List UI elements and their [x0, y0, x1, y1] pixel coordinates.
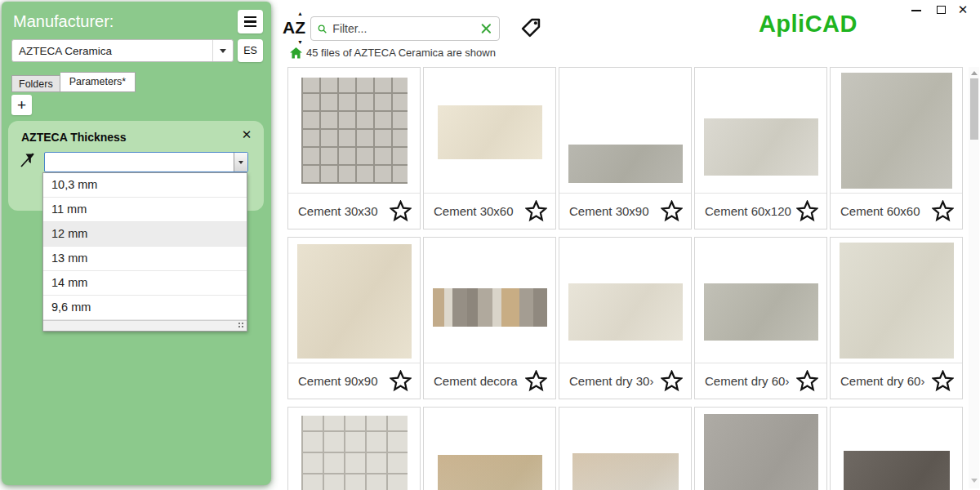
- product-thumbnail: [424, 238, 555, 363]
- favorite-star-icon[interactable]: [390, 200, 412, 222]
- vertical-scrollbar[interactable]: [969, 67, 979, 488]
- add-parameter-button[interactable]: +: [11, 95, 32, 115]
- product-card[interactable]: Cement 30x30: [287, 67, 421, 229]
- product-thumbnail: [831, 238, 962, 363]
- product-thumbnail: [695, 68, 826, 193]
- dropdown-resize-grip[interactable]: [43, 320, 247, 331]
- product-label-row: Cement dry 60›: [695, 363, 826, 399]
- maximize-icon: [937, 6, 946, 14]
- tile-texture: [841, 73, 952, 189]
- manufacturer-select[interactable]: AZTECA Ceramica: [11, 39, 234, 62]
- product-card[interactable]: Cement 60x120: [694, 67, 827, 229]
- thickness-panel-title: AZTECA Thickness: [21, 131, 127, 144]
- manufacturer-value: AZTECA Ceramica: [12, 45, 212, 57]
- product-thumbnail: [288, 238, 420, 363]
- scrollbar-thumb[interactable]: [970, 78, 978, 140]
- sidebar-title: Manufacturer:: [13, 12, 114, 31]
- product-card[interactable]: [559, 407, 692, 490]
- product-thumbnail: [695, 408, 826, 490]
- product-card[interactable]: Cement 30x90: [559, 67, 692, 229]
- tile-texture: [704, 118, 818, 176]
- product-name: Cement 90x90: [298, 374, 390, 388]
- status-bar: 45 files of AZTECA Ceramica are shown: [290, 47, 496, 59]
- main-area: AZ▲▼ 45 files of AZTECA Ceramica are sho…: [274, 0, 980, 490]
- tab-folders[interactable]: Folders: [11, 75, 60, 92]
- product-name: Cement 30x30: [298, 204, 390, 218]
- sort-alphabetical-icon[interactable]: AZ▲▼: [283, 18, 305, 38]
- tile-texture: [568, 145, 683, 183]
- product-card[interactable]: Cement dry 60›: [694, 237, 827, 399]
- language-button[interactable]: ES: [238, 39, 263, 62]
- tile-texture: [297, 244, 412, 359]
- thickness-option[interactable]: 13 mm: [43, 247, 247, 271]
- favorite-star-icon[interactable]: [390, 370, 412, 392]
- favorite-star-icon[interactable]: [661, 200, 683, 222]
- close-button[interactable]: ✕: [957, 3, 969, 16]
- app-window: Manufacturer: AZTECA Ceramica ES Folders…: [0, 0, 980, 490]
- thickness-option[interactable]: 9,6 mm: [43, 296, 247, 320]
- thickness-option[interactable]: 12 mm: [43, 222, 247, 247]
- favorite-star-icon[interactable]: [661, 370, 683, 392]
- product-thumbnail: [695, 238, 826, 363]
- filter-input[interactable]: [332, 22, 480, 35]
- product-label-row: Cement 30x60: [424, 193, 555, 229]
- product-thumbnail: [424, 68, 555, 193]
- manufacturer-sidebar: Manufacturer: AZTECA Ceramica ES Folders…: [2, 2, 271, 485]
- menu-button[interactable]: [238, 10, 263, 33]
- product-card[interactable]: Cement dry 60›: [830, 237, 963, 399]
- chevron-down-icon: [220, 49, 226, 53]
- scroll-down-icon[interactable]: [971, 479, 978, 483]
- product-card[interactable]: Cement dry 30›: [559, 237, 692, 399]
- product-label-row: Cement 90x90: [288, 363, 420, 399]
- tile-texture: [840, 243, 954, 359]
- maximize-button[interactable]: [937, 3, 946, 16]
- product-card[interactable]: Cement 60x60: [830, 67, 963, 229]
- product-label-row: Cement 60x120: [695, 193, 826, 229]
- tag-icon[interactable]: [519, 16, 542, 39]
- clear-parameter-filter-icon[interactable]: [19, 151, 37, 169]
- product-card[interactable]: [694, 407, 827, 490]
- product-card[interactable]: Cement 90x90: [287, 237, 421, 399]
- home-icon: [290, 47, 302, 59]
- product-card[interactable]: [423, 407, 556, 490]
- product-card[interactable]: Cement 30x60: [423, 67, 556, 229]
- clear-filter-icon[interactable]: [480, 20, 492, 38]
- thickness-combobox[interactable]: [44, 152, 248, 172]
- product-card[interactable]: [830, 407, 963, 490]
- favorite-star-icon[interactable]: [525, 200, 547, 222]
- product-label-row: Cement 30x30: [288, 193, 420, 229]
- manufacturer-dropdown-button[interactable]: [212, 40, 233, 61]
- close-panel-icon[interactable]: ✕: [239, 127, 254, 142]
- product-name: Cement 30x90: [569, 204, 661, 218]
- favorite-star-icon[interactable]: [796, 200, 818, 222]
- product-thumbnail: [288, 408, 420, 490]
- product-card[interactable]: [287, 407, 421, 490]
- scroll-up-icon[interactable]: [971, 71, 978, 75]
- thickness-dropdown-button[interactable]: [234, 153, 247, 172]
- chevron-down-icon: [238, 161, 243, 164]
- product-name: Cement dry 60›: [840, 374, 932, 388]
- favorite-star-icon[interactable]: [932, 370, 954, 392]
- minimize-icon: [911, 10, 921, 11]
- favorite-star-icon[interactable]: [796, 370, 818, 392]
- minimize-button[interactable]: [911, 3, 921, 16]
- favorite-star-icon[interactable]: [525, 370, 547, 392]
- product-label-row: Cement 30x90: [559, 193, 691, 229]
- thickness-option[interactable]: 11 mm: [43, 198, 247, 222]
- product-thumbnail: [559, 408, 691, 490]
- product-name: Cement 60x60: [840, 204, 932, 218]
- tile-texture: [844, 451, 950, 490]
- favorite-star-icon[interactable]: [932, 200, 954, 222]
- thickness-option[interactable]: 10,3 mm: [43, 173, 247, 198]
- filter-box: [310, 16, 500, 41]
- tile-texture: [301, 78, 408, 184]
- product-thumbnail: [559, 68, 691, 193]
- resize-grip-icon: [238, 322, 245, 329]
- tile-texture: [572, 453, 679, 490]
- product-name: Cement dry 30›: [569, 374, 661, 388]
- product-thumbnail: [288, 68, 420, 193]
- tab-parameters[interactable]: Parameters*: [60, 72, 136, 92]
- product-card[interactable]: Cement decora: [423, 237, 556, 399]
- product-label-row: Cement dry 60›: [831, 363, 962, 399]
- thickness-option[interactable]: 14 mm: [43, 271, 247, 296]
